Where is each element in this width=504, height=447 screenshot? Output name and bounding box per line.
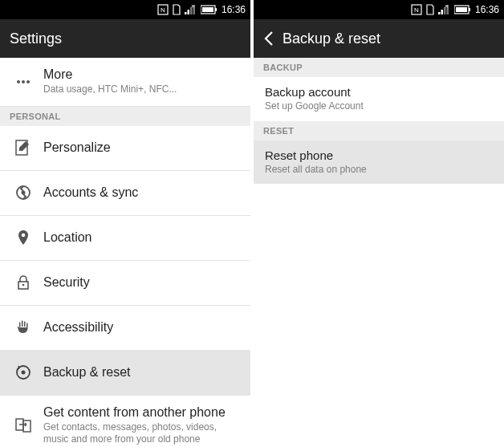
svg-rect-31 (456, 7, 467, 12)
item-title: Backup account (265, 85, 493, 99)
section-header-personal: PERSONAL (0, 107, 250, 126)
location-icon (11, 229, 35, 246)
svg-text:×: × (445, 4, 449, 10)
settings-item-backup-reset[interactable]: Backup & reset (0, 351, 250, 396)
svg-rect-22 (23, 421, 30, 432)
section-header-backup: BACKUP (254, 58, 504, 77)
status-bar: N × 16:36 (0, 0, 250, 19)
section-header-reset: RESET (254, 121, 504, 140)
transfer-icon (11, 417, 35, 434)
item-title: Reset phone (265, 148, 493, 162)
header-title: Backup & reset (282, 30, 380, 47)
screen-settings: N × 16:36 Settings More Data usage, HTC … (0, 0, 250, 447)
screen-backup-reset: N × 16:36 Backup & reset BACKUP Backup a… (254, 0, 504, 447)
svg-point-18 (22, 284, 25, 286)
svg-rect-32 (469, 8, 470, 11)
svg-point-11 (22, 80, 25, 83)
hand-icon (11, 319, 35, 336)
battery-icon (454, 5, 472, 14)
svg-rect-26 (441, 10, 443, 14)
settings-item-accessibility[interactable]: Accessibility (0, 306, 250, 351)
header-title: Settings (10, 30, 62, 47)
backup-account-item[interactable]: Backup account Set up Google Account (254, 77, 504, 121)
settings-item-accounts-sync[interactable]: Accounts & sync (0, 171, 250, 216)
sim-icon (172, 4, 181, 15)
signal-icon: × (185, 4, 197, 15)
back-button[interactable] (263, 30, 274, 47)
item-title: Accounts & sync (43, 185, 239, 200)
settings-item-more[interactable]: More Data usage, HTC Mini+, NFC... (0, 58, 250, 107)
lock-icon (11, 274, 35, 291)
svg-point-16 (22, 234, 26, 238)
svg-point-12 (26, 80, 30, 83)
svg-text:N: N (161, 6, 165, 14)
battery-icon (201, 5, 218, 14)
svg-rect-2 (185, 12, 187, 14)
svg-rect-25 (438, 12, 441, 14)
settings-item-security[interactable]: Security (0, 261, 250, 306)
svg-rect-3 (187, 10, 189, 14)
header: Settings (0, 19, 250, 58)
item-title: More (43, 67, 239, 82)
item-title: Get content from another phone (43, 405, 239, 420)
sync-icon (11, 184, 35, 201)
status-time: 16:36 (222, 4, 246, 15)
item-sub: Set up Google Account (265, 100, 493, 113)
settings-item-location[interactable]: Location (0, 216, 250, 261)
svg-rect-9 (215, 8, 217, 11)
item-sub: Reset all data on phone (265, 164, 493, 177)
reset-phone-item[interactable]: Reset phone Reset all data on phone (254, 140, 504, 185)
backup-reset-icon (11, 364, 35, 381)
more-icon (11, 73, 35, 91)
item-title: Accessibility (43, 320, 239, 335)
backup-reset-list: BACKUP Backup account Set up Google Acco… (254, 58, 504, 447)
sim-icon (425, 4, 435, 15)
header: Backup & reset (254, 19, 504, 58)
personalize-icon (11, 139, 35, 156)
svg-point-15 (22, 191, 26, 195)
svg-rect-8 (202, 7, 213, 12)
settings-item-personalize[interactable]: Personalize (0, 126, 250, 171)
item-title: Personalize (43, 140, 239, 155)
item-title: Security (43, 275, 239, 290)
item-sub: Get contacts, messages, photos, videos, … (43, 421, 239, 446)
status-bar: N × 16:36 (254, 0, 504, 19)
nfc-icon: N (157, 4, 169, 15)
settings-item-get-content[interactable]: Get content from another phone Get conta… (0, 396, 250, 447)
item-sub: Data usage, HTC Mini+, NFC... (43, 83, 239, 96)
svg-point-20 (22, 371, 26, 375)
svg-text:N: N (414, 6, 419, 14)
settings-list: More Data usage, HTC Mini+, NFC... PERSO… (0, 58, 250, 447)
item-title: Backup & reset (43, 365, 239, 380)
signal-icon: × (438, 4, 451, 15)
nfc-icon: N (411, 4, 422, 15)
status-time: 16:36 (475, 4, 499, 15)
item-title: Location (43, 230, 239, 245)
svg-point-10 (17, 80, 20, 83)
svg-text:×: × (191, 4, 195, 10)
